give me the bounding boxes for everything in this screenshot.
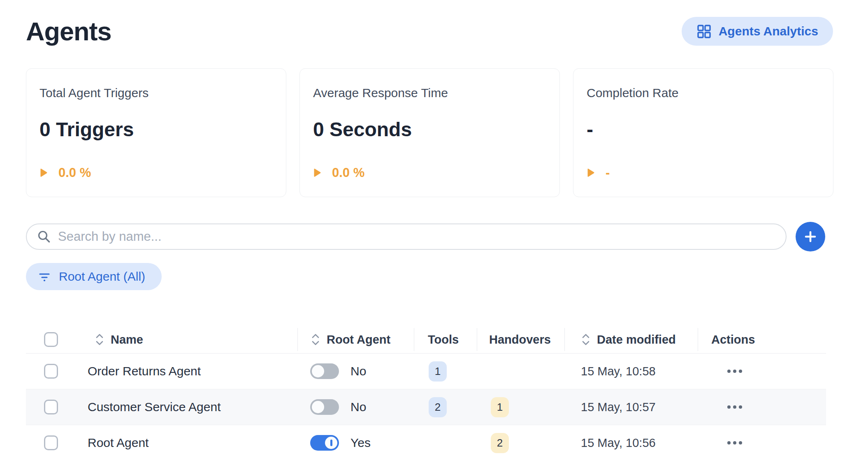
table-body: Order Returns Agent No 1 15 May, 10:58: [26, 353, 826, 456]
toggle-knob: [325, 437, 337, 449]
column-label: Name: [111, 333, 143, 347]
handovers-cell: [477, 361, 564, 382]
stat-delta-text: 0.0 %: [58, 165, 91, 180]
handovers-count-badge: 1: [491, 397, 509, 417]
stat-label: Completion Rate: [587, 86, 820, 100]
tools-cell: 2: [414, 397, 477, 417]
column-label: Root Agent: [327, 333, 390, 347]
agent-name: Customer Service Agent: [88, 400, 220, 414]
select-all-checkbox[interactable]: [44, 332, 58, 347]
handovers-cell: 2: [477, 433, 564, 453]
table-row[interactable]: Root Agent Yes 2 15 May, 10:56: [26, 425, 826, 456]
select-all-cell: [26, 328, 84, 351]
row-select-cell: [26, 400, 84, 414]
search-icon: [37, 229, 51, 244]
stats-cards: Total Agent Triggers 0 Triggers 0.0 % Av…: [26, 68, 833, 197]
stat-delta: 0.0 %: [39, 165, 273, 180]
ellipsis-icon: [726, 405, 743, 409]
date-modified: 15 May, 10:57: [581, 400, 656, 414]
sort-arrows-icon: [581, 333, 590, 347]
actions-cell: [698, 365, 826, 377]
column-header-tools: Tools: [414, 328, 477, 351]
root-agent-label: No: [350, 364, 366, 378]
column-label: Handovers: [489, 333, 551, 347]
date-modified: 15 May, 10:56: [581, 436, 656, 450]
search-row: [26, 222, 825, 251]
search-box[interactable]: [26, 223, 787, 250]
date-modified-cell: 15 May, 10:57: [564, 400, 698, 414]
stat-card-completion-rate: Completion Rate - -: [573, 68, 833, 197]
handovers-cell: 1: [477, 397, 564, 417]
agents-analytics-label: Agents Analytics: [719, 24, 818, 38]
ellipsis-icon: [726, 369, 743, 373]
root-agent-toggle[interactable]: [310, 435, 339, 451]
actions-cell: [698, 401, 826, 413]
row-actions-button[interactable]: [722, 401, 747, 413]
date-modified-cell: 15 May, 10:58: [564, 365, 698, 378]
stat-label: Total Agent Triggers: [39, 86, 273, 100]
ellipsis-icon: [726, 441, 743, 445]
date-modified: 15 May, 10:58: [581, 365, 656, 378]
agent-name: Root Agent: [88, 436, 149, 450]
agent-name-cell[interactable]: Customer Service Agent: [84, 400, 297, 414]
column-label: Tools: [428, 333, 459, 347]
page-title: Agents: [26, 16, 111, 46]
tools-cell: [414, 433, 477, 453]
column-header-root-agent[interactable]: Root Agent: [297, 328, 414, 351]
column-header-actions: Actions: [698, 328, 826, 351]
triangle-right-icon: [313, 168, 321, 178]
stat-delta: -: [587, 165, 820, 180]
root-agent-filter-chip[interactable]: Root Agent (All): [26, 263, 162, 290]
stat-card-avg-response: Average Response Time 0 Seconds 0.0 %: [299, 68, 560, 197]
column-header-name[interactable]: Name: [84, 328, 297, 351]
plus-icon: [803, 229, 818, 244]
handovers-count-badge: 2: [491, 433, 509, 453]
toggle-knob: [312, 401, 324, 413]
date-modified-cell: 15 May, 10:56: [564, 436, 698, 450]
toggle-knob: [312, 365, 324, 377]
column-header-handovers: Handovers: [477, 328, 564, 351]
topbar: Agents Agents Analytics: [26, 16, 833, 46]
root-agent-cell: No: [297, 399, 414, 415]
agent-name-cell[interactable]: Root Agent: [84, 436, 297, 450]
sort-arrows-icon: [311, 333, 320, 347]
tools-cell: 1: [414, 361, 477, 382]
column-label: Date modified: [597, 333, 676, 347]
row-select-cell: [26, 364, 84, 379]
row-checkbox[interactable]: [44, 400, 58, 414]
row-checkbox[interactable]: [44, 364, 58, 379]
row-select-cell: [26, 435, 84, 450]
agents-table: Name Root Agent Tools Handovers Date mod…: [26, 326, 826, 456]
stat-label: Average Response Time: [313, 86, 546, 100]
triangle-right-icon: [587, 168, 595, 178]
stat-value: 0 Seconds: [313, 118, 546, 141]
column-label: Actions: [711, 333, 755, 347]
search-input[interactable]: [58, 229, 776, 244]
agent-name-cell[interactable]: Order Returns Agent: [84, 364, 297, 378]
table-row[interactable]: Customer Service Agent No 2 1 15 May, 10…: [26, 389, 826, 425]
stat-value: -: [587, 118, 820, 141]
add-agent-button[interactable]: [796, 222, 825, 251]
stat-delta: 0.0 %: [313, 165, 546, 180]
stat-value: 0 Triggers: [39, 118, 273, 141]
tools-count-badge: 2: [429, 397, 447, 417]
agents-analytics-button[interactable]: Agents Analytics: [682, 17, 833, 46]
grid-icon: [696, 24, 711, 39]
triangle-right-icon: [39, 168, 48, 178]
row-actions-button[interactable]: [722, 365, 747, 377]
root-agent-cell: No: [297, 363, 414, 379]
agent-name: Order Returns Agent: [88, 364, 201, 378]
filter-lines-icon: [38, 270, 51, 283]
root-agent-toggle[interactable]: [310, 399, 339, 415]
root-agent-label: Yes: [350, 436, 371, 450]
root-agent-cell: Yes: [297, 435, 414, 451]
actions-cell: [698, 437, 826, 449]
table-row[interactable]: Order Returns Agent No 1 15 May, 10:58: [26, 354, 826, 389]
column-header-date-modified[interactable]: Date modified: [564, 328, 698, 351]
row-actions-button[interactable]: [722, 437, 747, 449]
table-header: Name Root Agent Tools Handovers Date mod…: [26, 326, 826, 353]
stat-delta-text: 0.0 %: [332, 165, 364, 180]
root-agent-toggle[interactable]: [310, 363, 339, 379]
row-checkbox[interactable]: [44, 435, 58, 450]
tools-count-badge: 1: [429, 361, 447, 382]
